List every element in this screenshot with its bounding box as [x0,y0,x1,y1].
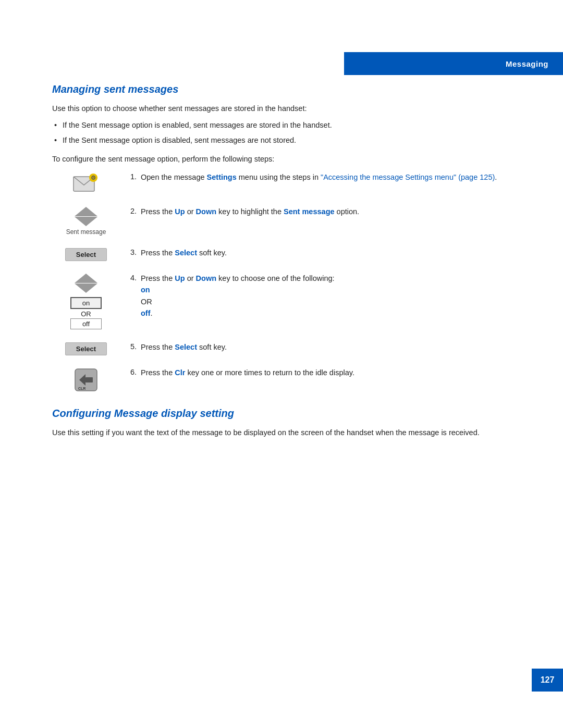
step4-number: 4. [120,273,141,282]
step5-number: 5. [120,341,141,351]
step3-number: 3. [120,247,141,256]
section1-bullets: If the Sent message option is enabled, s… [52,119,532,146]
step3-select: Select [175,249,197,257]
svg-rect-5 [85,377,93,382]
bullet-item: If the Sent message option is disabled, … [52,134,532,146]
header-label: Messaging [506,59,548,68]
step2-sent-message: Sent message [284,207,335,216]
step-row-2: Sent message 2. Press the Up or Down key… [52,206,532,236]
step1-link: "Accessing the message Settings menu" (p… [321,173,495,181]
bullet-item: If the Sent message option is enabled, s… [52,119,532,131]
step2-down: Down [196,207,216,216]
step2-number: 2. [120,206,141,215]
step1-icon: ⚙ [52,171,120,194]
step2-up: Up [175,207,185,216]
section2-intro: Use this setting if you want the text of… [52,427,532,438]
page-number: 127 [541,675,555,685]
page-number-box: 127 [532,669,563,692]
step4-down: Down [196,274,216,282]
step5-text: Press the Select soft key. [141,341,532,353]
svg-text:⚙: ⚙ [91,175,96,181]
svg-text:CLR: CLR [78,387,85,390]
nav-key-down-icon [75,217,97,226]
option-off: off [70,318,102,329]
section2: Configuring Message display setting Use … [52,408,532,438]
step6-text: Press the Clr key one or more times to r… [141,367,532,378]
main-content: Managing sent messages Use this option t… [52,83,532,506]
step-row-5: Select 5. Press the Select soft key. [52,341,532,355]
select-button-2[interactable]: Select [65,342,107,355]
message-settings-icon: ⚙ [72,172,100,194]
nav-key-down-icon-2 [75,283,97,293]
step3-icon: Select [52,247,120,261]
nav-key-up-icon-2 [75,274,97,283]
step4-off: off [141,309,151,317]
step5-icon: Select [52,341,120,355]
nav-key-up-icon [75,207,97,216]
select-button-1[interactable]: Select [65,248,107,261]
nav-key-group-2 [75,274,97,293]
step-row-1: ⚙ 1. Open the message Settings menu usin… [52,171,532,194]
steps-intro: To configure the sent message option, pe… [52,153,532,165]
step2-text: Press the Up or Down key to highlight th… [141,206,532,217]
on-off-options: on OR off [70,297,102,330]
step1-number: 1. [120,171,141,181]
step2-icon: Sent message [52,206,120,236]
clr-key-icon: CLR [74,368,98,392]
clr-key-wrap: CLR [74,368,98,392]
option-or: OR [81,310,91,318]
step6-clr: Clr [175,368,185,377]
steps-container: ⚙ 1. Open the message Settings menu usin… [52,171,532,392]
message-icon-wrap: ⚙ [72,172,100,194]
step-row-4: on OR off 4. Press the Up or Down key to… [52,273,532,330]
step2-icon-caption: Sent message [66,228,106,236]
step-row-3: Select 3. Press the Select soft key. [52,247,532,261]
step4-text: Press the Up or Down key to choose one o… [141,273,532,319]
step6-number: 6. [120,367,141,376]
step3-text: Press the Select soft key. [141,247,532,258]
nav-key-group [75,207,97,226]
section1-title: Managing sent messages [52,83,532,95]
section1-intro: Use this option to choose whether sent m… [52,103,532,114]
section2-title: Configuring Message display setting [52,408,532,419]
step4-on: on [141,286,150,294]
step4-icon: on OR off [52,273,120,330]
step6-icon: CLR [52,367,120,392]
step1-settings-word: Settings [207,173,237,181]
header-bar: Messaging [344,52,563,75]
step-row-6: CLR 6. Press the Clr key one or more tim… [52,367,532,392]
step4-up: Up [175,274,185,282]
step5-select: Select [175,343,197,351]
option-on: on [70,297,102,309]
step1-text: Open the message Settings menu using the… [141,171,532,183]
